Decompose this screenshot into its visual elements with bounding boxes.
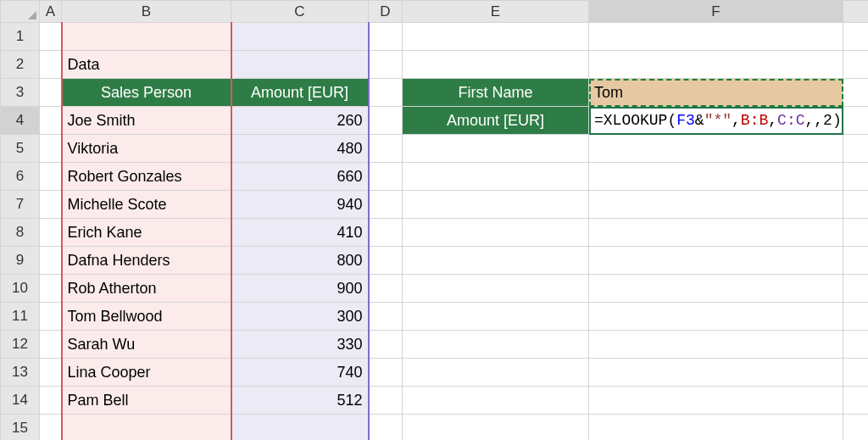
cell[interactable] xyxy=(403,23,589,51)
row-header[interactable]: 6 xyxy=(1,163,40,191)
spreadsheet[interactable]: A B C D E F 1 2 Data 3 Sales Person Amou… xyxy=(0,0,868,440)
cell[interactable] xyxy=(589,51,843,79)
cell[interactable] xyxy=(403,275,589,303)
row-header[interactable]: 12 xyxy=(1,331,40,359)
amount-cell[interactable]: 260 xyxy=(231,107,369,135)
cell[interactable] xyxy=(843,247,869,275)
cell[interactable] xyxy=(62,415,231,441)
cell[interactable] xyxy=(589,219,843,247)
header-first-name[interactable]: First Name xyxy=(403,79,589,107)
cell[interactable] xyxy=(369,359,403,387)
cell[interactable] xyxy=(403,219,589,247)
cell[interactable] xyxy=(843,191,869,219)
cell[interactable] xyxy=(403,415,589,441)
amount-cell[interactable]: 330 xyxy=(231,331,369,359)
person-cell[interactable]: Tom Bellwood xyxy=(62,303,231,331)
person-cell[interactable]: Michelle Scote xyxy=(62,191,231,219)
cell[interactable] xyxy=(843,331,869,359)
cell[interactable] xyxy=(369,387,403,415)
cell[interactable] xyxy=(843,107,869,135)
cell[interactable] xyxy=(589,415,843,441)
header-amount[interactable]: Amount [EUR] xyxy=(231,79,369,107)
person-cell[interactable]: Lina Cooper xyxy=(62,359,231,387)
cell[interactable] xyxy=(62,23,231,51)
cell[interactable] xyxy=(231,415,369,441)
person-cell[interactable]: Sarah Wu xyxy=(62,331,231,359)
cell[interactable] xyxy=(40,247,62,275)
cell[interactable] xyxy=(589,387,843,415)
cell[interactable] xyxy=(40,359,62,387)
cell[interactable] xyxy=(589,247,843,275)
row-header[interactable]: 15 xyxy=(1,415,40,441)
amount-cell[interactable]: 900 xyxy=(231,275,369,303)
cell[interactable] xyxy=(369,247,403,275)
cell[interactable] xyxy=(403,163,589,191)
cell[interactable] xyxy=(589,163,843,191)
cell[interactable] xyxy=(40,415,62,441)
cell[interactable] xyxy=(369,23,403,51)
row-header[interactable]: 3 xyxy=(1,79,40,107)
cell[interactable] xyxy=(403,331,589,359)
cell[interactable] xyxy=(231,23,369,51)
amount-cell[interactable]: 940 xyxy=(231,191,369,219)
cell[interactable] xyxy=(589,303,843,331)
cell[interactable] xyxy=(40,79,62,107)
amount-cell[interactable]: 512 xyxy=(231,387,369,415)
row-header[interactable]: 7 xyxy=(1,191,40,219)
header-amount2[interactable]: Amount [EUR] xyxy=(403,107,589,135)
cell[interactable] xyxy=(589,191,843,219)
cell[interactable] xyxy=(589,23,843,51)
cell[interactable] xyxy=(369,303,403,331)
row-header[interactable]: 5 xyxy=(1,135,40,163)
cell[interactable] xyxy=(403,51,589,79)
cell[interactable] xyxy=(40,331,62,359)
person-cell[interactable]: Erich Kane xyxy=(62,219,231,247)
row-header[interactable]: 11 xyxy=(1,303,40,331)
amount-cell[interactable]: 410 xyxy=(231,219,369,247)
cell[interactable] xyxy=(403,247,589,275)
cell[interactable] xyxy=(843,359,869,387)
col-header-F[interactable]: F xyxy=(589,1,843,23)
cell[interactable] xyxy=(589,359,843,387)
cell[interactable] xyxy=(40,303,62,331)
cell[interactable] xyxy=(40,135,62,163)
cell[interactable] xyxy=(40,387,62,415)
cell[interactable] xyxy=(843,51,869,79)
cell[interactable] xyxy=(369,79,403,107)
person-cell[interactable]: Viktoria xyxy=(62,135,231,163)
select-all-corner[interactable] xyxy=(1,1,40,23)
row-header[interactable]: 1 xyxy=(1,23,40,51)
amount-cell[interactable]: 480 xyxy=(231,135,369,163)
person-cell[interactable]: Joe Smith xyxy=(62,107,231,135)
cell[interactable] xyxy=(403,191,589,219)
cell[interactable] xyxy=(843,163,869,191)
cell[interactable] xyxy=(843,135,869,163)
data-title-cell[interactable]: Data xyxy=(62,51,231,79)
col-header-D[interactable]: D xyxy=(369,1,403,23)
cell[interactable] xyxy=(843,275,869,303)
cell[interactable] xyxy=(843,79,869,107)
cell[interactable] xyxy=(843,387,869,415)
cell[interactable] xyxy=(369,51,403,79)
row-header[interactable]: 10 xyxy=(1,275,40,303)
cell[interactable] xyxy=(843,23,869,51)
cell[interactable] xyxy=(40,23,62,51)
row-header[interactable]: 13 xyxy=(1,359,40,387)
person-cell[interactable]: Pam Bell xyxy=(62,387,231,415)
grid-table[interactable]: A B C D E F 1 2 Data 3 Sales Person Amou… xyxy=(0,0,868,440)
cell[interactable] xyxy=(403,387,589,415)
row-header[interactable]: 14 xyxy=(1,387,40,415)
cell[interactable] xyxy=(843,303,869,331)
row-header[interactable]: 9 xyxy=(1,247,40,275)
cell[interactable] xyxy=(369,219,403,247)
person-cell[interactable]: Dafna Henders xyxy=(62,247,231,275)
col-header-extra[interactable] xyxy=(843,1,869,23)
formula-editing-cell[interactable]: =XLOOKUP(F3&"*",B:B,C:C,,2) xyxy=(589,107,843,135)
amount-cell[interactable]: 660 xyxy=(231,163,369,191)
cell[interactable] xyxy=(589,275,843,303)
first-name-value-cell[interactable]: Tom xyxy=(589,79,843,107)
row-header[interactable]: 8 xyxy=(1,219,40,247)
cell[interactable] xyxy=(589,135,843,163)
cell[interactable] xyxy=(40,51,62,79)
person-cell[interactable]: Rob Atherton xyxy=(62,275,231,303)
